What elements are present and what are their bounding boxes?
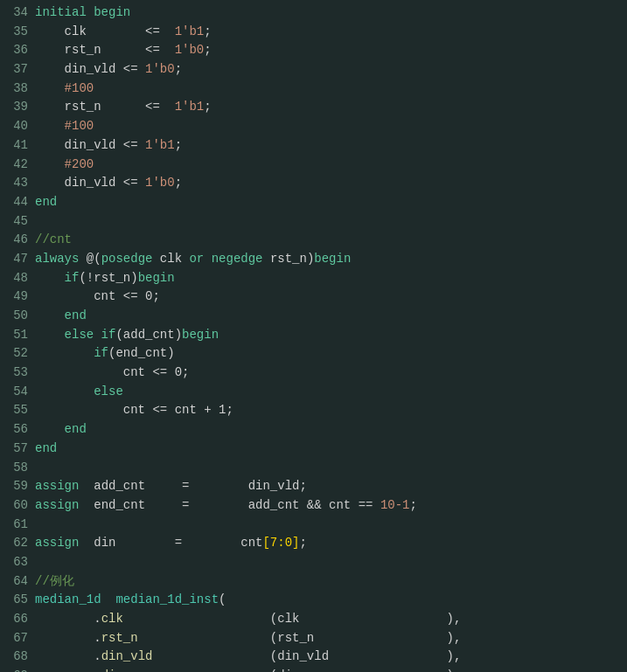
code-token: 10-1: [380, 498, 410, 512]
code-token: (din_vld ),: [152, 649, 461, 663]
code-token: end: [35, 441, 57, 455]
code-token: median_1d: [35, 592, 101, 606]
code-token: (rst_n ),: [138, 631, 462, 645]
code-token: ;: [410, 498, 417, 512]
code-token: din = cnt: [79, 536, 262, 550]
code-line: 49 cnt <= 0;: [0, 288, 627, 307]
code-line: 47always @(posedge clk or negedge rst_n)…: [0, 250, 627, 269]
code-token: 1'b0: [175, 43, 205, 57]
code-token: ;: [175, 138, 182, 152]
code-token: else: [94, 384, 123, 398]
line-number: 41: [3, 136, 28, 156]
line-content: assign add_cnt = din_vld;: [35, 477, 624, 496]
code-token: 1'b1: [175, 100, 205, 114]
code-token: [35, 346, 94, 360]
code-token: negedge: [212, 252, 263, 266]
line-number: 65: [3, 591, 28, 610]
code-token: ;: [204, 24, 211, 38]
code-token: din_vld <=: [35, 138, 145, 152]
code-line: 67 .rst_n (rst_n ),: [0, 629, 627, 648]
code-line: 58: [0, 459, 627, 478]
line-number: 48: [3, 269, 28, 288]
line-number: 56: [3, 420, 28, 440]
line-number: 60: [3, 496, 28, 516]
line-content: clk <= 1'b1;: [35, 23, 624, 42]
code-token: cnt <= cnt + 1;: [35, 403, 233, 417]
code-token: end: [35, 195, 57, 209]
line-content: end: [35, 307, 624, 326]
line-number: 52: [3, 344, 28, 364]
code-line: 43 din_vld <= 1'b0;: [0, 174, 627, 193]
code-token: [204, 252, 211, 266]
code-line: 41 din_vld <= 1'b1;: [0, 136, 627, 156]
code-token: (: [219, 592, 226, 606]
line-number: 63: [3, 553, 28, 572]
line-number: 42: [3, 156, 28, 175]
line-content: rst_n <= 1'b0;: [35, 41, 624, 60]
code-line: 60assign end_cnt = add_cnt && cnt == 10-…: [0, 496, 627, 516]
code-token: .: [35, 669, 101, 672]
code-token: rst_n <=: [35, 100, 175, 114]
code-token: begin: [314, 252, 351, 266]
code-token: clk: [101, 612, 123, 626]
code-token: always: [35, 252, 79, 266]
code-token: ;: [175, 62, 182, 76]
code-token: //cnt: [35, 232, 72, 246]
code-line: 46//cnt: [0, 231, 627, 250]
code-token: .: [35, 649, 101, 663]
line-number: 51: [3, 326, 28, 345]
code-token: din_vld: [101, 649, 153, 663]
line-number: 69: [3, 667, 28, 672]
code-line: 48 if(!rst_n)begin: [0, 269, 627, 288]
code-token: ;: [175, 176, 182, 190]
code-token: assign: [35, 498, 79, 512]
code-token: [35, 422, 65, 436]
code-line: 38 #100: [0, 80, 627, 99]
line-content: //例化: [35, 572, 624, 592]
line-content: din_vld <= 1'b1;: [35, 136, 624, 156]
code-token: initial begin: [35, 5, 130, 19]
code-token: (!rst_n): [79, 271, 137, 285]
code-token: (din ),: [123, 669, 461, 672]
code-line: 64//例化: [0, 572, 627, 592]
code-token: end: [65, 422, 87, 436]
code-token: cnt <= 0;: [35, 365, 189, 379]
code-token: din_vld <=: [35, 176, 145, 190]
code-token: [35, 384, 94, 398]
code-token: assign: [35, 536, 79, 550]
code-line: 59assign add_cnt = din_vld;: [0, 477, 627, 496]
code-block: 34initial begin35 clk <= 1'b1;36 rst_n <…: [0, 0, 627, 672]
line-content: end: [35, 420, 624, 440]
code-token: din: [101, 669, 123, 672]
line-number: 64: [3, 572, 28, 592]
line-number: 50: [3, 307, 28, 326]
code-token: 1'b1: [175, 24, 205, 38]
code-token: or: [189, 252, 204, 266]
line-content: #100: [35, 80, 624, 99]
line-number: 62: [3, 534, 28, 553]
code-line: 45: [0, 212, 627, 232]
code-token: din_vld <=: [35, 62, 145, 76]
line-content: cnt <= 0;: [35, 364, 624, 383]
code-token: if: [65, 271, 80, 285]
code-token: .: [35, 631, 101, 645]
line-content: assign end_cnt = add_cnt && cnt == 10-1;: [35, 496, 624, 516]
code-line: 62assign din = cnt[7:0];: [0, 534, 627, 553]
code-token: rst_n: [101, 631, 138, 645]
code-line: 53 cnt <= 0;: [0, 364, 627, 383]
line-content: din_vld <= 1'b0;: [35, 60, 624, 80]
line-content: .din (din ),: [35, 667, 624, 672]
line-content: .din_vld (din_vld ),: [35, 648, 624, 667]
line-content: if(!rst_n)begin: [35, 269, 624, 288]
code-line: 57end: [0, 440, 627, 459]
line-number: 37: [3, 60, 28, 80]
code-token: 1'b0: [145, 62, 175, 76]
code-token: ;: [299, 536, 306, 550]
code-token: end_cnt = add_cnt && cnt ==: [79, 498, 380, 512]
code-token: [35, 328, 65, 342]
code-token: add_cnt = din_vld;: [79, 479, 306, 493]
line-number: 58: [3, 459, 28, 478]
line-number: 66: [3, 610, 28, 629]
code-line: 37 din_vld <= 1'b0;: [0, 60, 627, 80]
line-content: din_vld <= 1'b0;: [35, 174, 624, 193]
